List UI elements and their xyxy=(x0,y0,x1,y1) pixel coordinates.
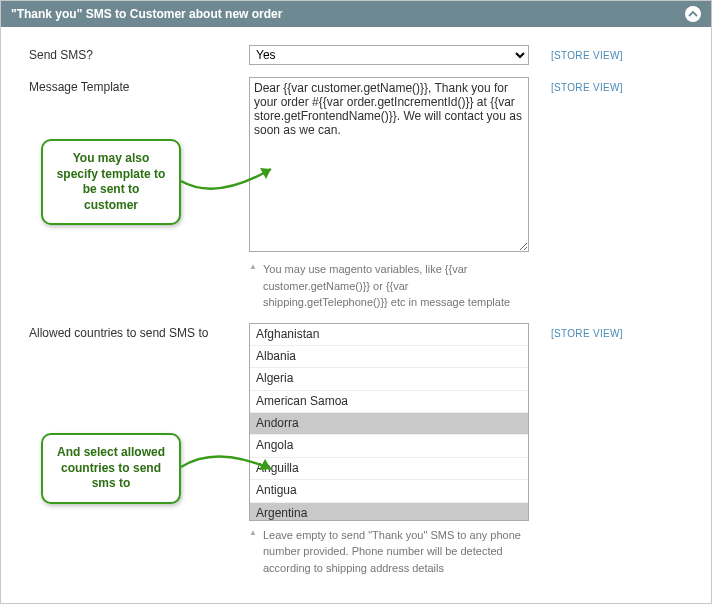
country-item[interactable]: American Samoa xyxy=(250,391,528,413)
country-item[interactable]: Argentina xyxy=(250,503,528,521)
country-item[interactable]: Afghanistan xyxy=(250,324,528,346)
country-item[interactable]: Anguilla xyxy=(250,458,528,480)
panel-header[interactable]: "Thank you" SMS to Customer about new or… xyxy=(1,1,711,27)
country-item[interactable]: Antigua xyxy=(250,480,528,502)
callout-template: You may also specify template to be sent… xyxy=(41,139,181,225)
collapse-icon[interactable] xyxy=(685,6,701,22)
send-sms-select[interactable]: Yes xyxy=(249,45,529,65)
row-send-sms: Send SMS? Yes [STORE VIEW] xyxy=(29,45,683,65)
panel-body: Send SMS? Yes [STORE VIEW] Message Templ… xyxy=(1,27,711,598)
country-item[interactable]: Angola xyxy=(250,435,528,457)
allowed-countries-list[interactable]: AfghanistanAlbaniaAlgeriaAmerican SamoaA… xyxy=(249,323,529,521)
scope-label: [STORE VIEW] xyxy=(551,82,623,93)
config-panel: "Thank you" SMS to Customer about new or… xyxy=(0,0,712,604)
country-item[interactable]: Algeria xyxy=(250,368,528,390)
callout-countries: And select allowed countries to send sms… xyxy=(41,433,181,504)
countries-label: Allowed countries to send SMS to xyxy=(29,323,249,340)
template-hint: You may use magento variables, like {{va… xyxy=(249,255,529,311)
panel-title: "Thank you" SMS to Customer about new or… xyxy=(11,7,282,21)
message-template-textarea[interactable] xyxy=(249,77,529,252)
country-item[interactable]: Albania xyxy=(250,346,528,368)
template-label: Message Template xyxy=(29,77,249,94)
countries-hint: Leave empty to send "Thank you" SMS to a… xyxy=(249,521,529,577)
country-item[interactable]: Andorra xyxy=(250,413,528,435)
scope-label: [STORE VIEW] xyxy=(551,328,623,339)
send-sms-label: Send SMS? xyxy=(29,45,249,62)
scope-label: [STORE VIEW] xyxy=(551,50,623,61)
